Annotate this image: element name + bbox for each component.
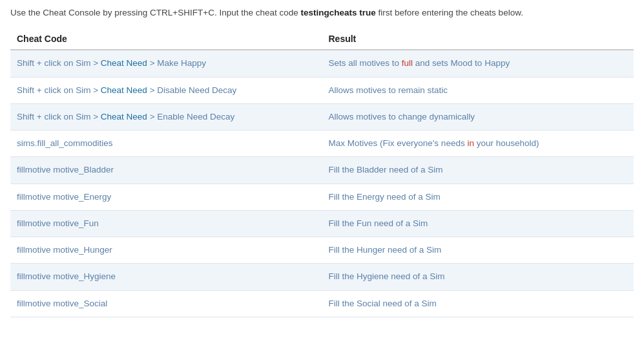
intro-bold: testingcheats true — [300, 8, 375, 17]
table-row: Shift + click on Sim > Cheat Need > Enab… — [10, 103, 634, 130]
result-cell: Fill the Fun need of a Sim — [322, 210, 634, 237]
result-text: Allows motives to remain static — [329, 85, 448, 95]
cheat-code-cell: Shift + click on Sim > Cheat Need > Enab… — [10, 103, 322, 130]
result-cell: Fill the Hygiene need of a Sim — [322, 264, 634, 290]
result-text: Fill the Energy need of a Sim — [329, 192, 441, 202]
cheat-code-cell: fillmotive motive_Bladder — [10, 157, 322, 184]
cheat-code-cell: fillmotive motive_Hunger — [10, 237, 322, 264]
table-row: fillmotive motive_Social Fill the Social… — [10, 290, 634, 317]
table-row: fillmotive motive_Hygiene Fill the Hygie… — [10, 264, 634, 290]
cheat-code-cell: sims.fill_all_commodities — [10, 131, 322, 157]
result-text: Allows motives to change dynamically — [329, 112, 475, 122]
table-header-row: Cheat Code Result — [10, 28, 634, 50]
result-cell: Fill the Bladder need of a Sim — [322, 157, 634, 184]
cheat-code-cell: Shift + click on Sim > Cheat Need > Disa… — [10, 77, 322, 103]
header-cheat-code: Cheat Code — [10, 28, 322, 50]
table-row: Shift + click on Sim > Cheat Need > Disa… — [10, 77, 634, 103]
result-text: Fill the Social need of a Sim — [329, 299, 437, 308]
intro-text-before: Use the Cheat Console by pressing CTRL+S… — [10, 8, 300, 17]
code-text: fillmotive motive_Fun — [17, 218, 99, 228]
table-row: fillmotive motive_Hunger Fill the Hunger… — [10, 237, 634, 264]
code-text: fillmotive motive_Energy — [17, 192, 111, 202]
result-text: Max Motives (Fix everyone's needs in you… — [329, 138, 539, 148]
result-text: Fill the Hygiene need of a Sim — [329, 271, 445, 281]
result-cell: Fill the Hunger need of a Sim — [322, 237, 634, 264]
result-cell: Fill the Energy need of a Sim — [322, 184, 634, 210]
result-text: Sets all motives to full and sets Mood t… — [329, 58, 510, 68]
result-text: Fill the Fun need of a Sim — [329, 218, 428, 228]
result-cell: Allows motives to remain static — [322, 77, 634, 103]
code-text: Shift + click on Sim > Cheat Need > Enab… — [17, 112, 234, 122]
code-text: Shift + click on Sim > Cheat Need > Make… — [17, 58, 206, 68]
code-text: fillmotive motive_Hygiene — [17, 271, 116, 281]
table-row: fillmotive motive_Bladder Fill the Bladd… — [10, 157, 634, 184]
cheat-code-cell: Shift + click on Sim > Cheat Need > Make… — [10, 50, 322, 77]
result-cell: Sets all motives to full and sets Mood t… — [322, 50, 634, 77]
result-cell: Max Motives (Fix everyone's needs in you… — [322, 131, 634, 157]
code-text: sims.fill_all_commodities — [17, 138, 113, 148]
cheat-code-cell: fillmotive motive_Energy — [10, 184, 322, 210]
result-text: Fill the Hunger need of a Sim — [329, 245, 442, 255]
cheats-table: Cheat Code Result Shift + click on Sim >… — [10, 28, 634, 317]
code-text: Shift + click on Sim > Cheat Need > Disa… — [17, 85, 236, 95]
intro-text-after: first before entering the cheats below. — [376, 8, 523, 17]
table-row: sims.fill_all_commodities Max Motives (F… — [10, 131, 634, 157]
table-row: fillmotive motive_Energy Fill the Energy… — [10, 184, 634, 210]
header-result: Result — [322, 28, 634, 50]
result-cell: Fill the Social need of a Sim — [322, 290, 634, 317]
table-row: fillmotive motive_Fun Fill the Fun need … — [10, 210, 634, 237]
table-row: Shift + click on Sim > Cheat Need > Make… — [10, 50, 634, 77]
cheat-code-cell: fillmotive motive_Social — [10, 290, 322, 317]
result-text: Fill the Bladder need of a Sim — [329, 165, 443, 174]
result-cell: Allows motives to change dynamically — [322, 103, 634, 130]
cheat-code-cell: fillmotive motive_Fun — [10, 210, 322, 237]
code-text: fillmotive motive_Bladder — [17, 165, 114, 174]
cheat-code-cell: fillmotive motive_Hygiene — [10, 264, 322, 290]
code-text: fillmotive motive_Social — [17, 299, 107, 308]
intro-paragraph: Use the Cheat Console by pressing CTRL+S… — [10, 6, 634, 19]
code-text: fillmotive motive_Hunger — [17, 245, 112, 255]
